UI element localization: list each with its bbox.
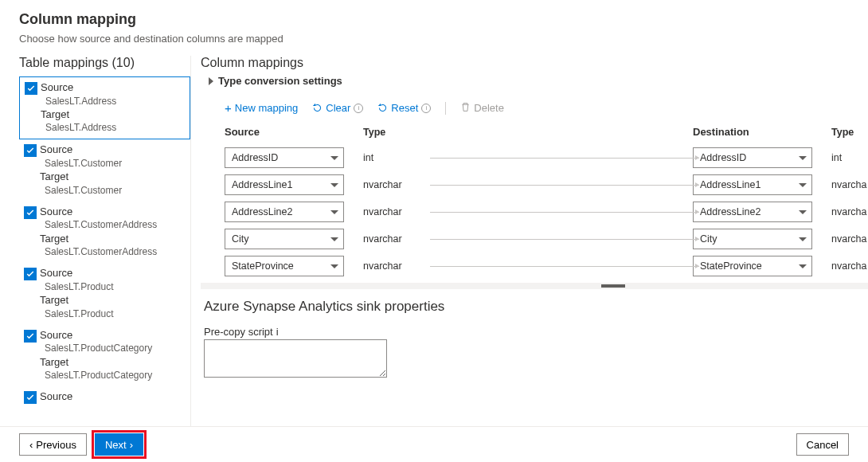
target-table: SalesLT.Product — [40, 307, 186, 320]
target-label: Target — [41, 108, 185, 122]
chevron-down-icon — [330, 264, 338, 268]
destination-column-select[interactable]: AddressLine1 — [693, 174, 812, 195]
source-column-select[interactable]: AddressLine2 — [225, 202, 344, 222]
mapping-connector — [430, 212, 699, 213]
chevron-down-icon — [330, 156, 338, 160]
col-header-type: Type — [352, 127, 424, 138]
reset-icon — [377, 103, 388, 113]
col-header-type2: Type — [820, 127, 868, 138]
page-title: Column mapping — [19, 11, 849, 28]
mapping-connector — [430, 158, 699, 159]
info-icon: i — [354, 104, 363, 113]
pre-copy-script-input[interactable] — [204, 339, 387, 378]
destination-type: nvarcha — [820, 260, 868, 272]
source-table: SalesLT.CustomerAddress — [40, 218, 186, 231]
destination-column-select[interactable]: AddressLine2 — [693, 202, 812, 222]
destination-type: nvarcha — [820, 233, 868, 245]
checkbox-icon[interactable] — [24, 330, 37, 343]
chevron-down-icon — [330, 237, 338, 241]
target-table: SalesLT.ProductCategory — [40, 369, 186, 382]
chevron-down-icon — [330, 183, 338, 187]
previous-button[interactable]: ‹ Previous — [19, 433, 87, 456]
target-table: SalesLT.Customer — [40, 184, 186, 197]
mapping-connector — [430, 185, 699, 186]
sink-properties-title: Azure Synapse Analytics sink properties — [204, 299, 868, 315]
source-label: Source — [40, 205, 186, 219]
target-table: SalesLT.CustomerAddress — [40, 245, 186, 258]
mapping-connector — [430, 239, 699, 240]
mapping-connector — [430, 266, 699, 267]
source-label: Source — [40, 328, 186, 343]
chevron-down-icon — [799, 237, 807, 241]
trash-icon — [460, 102, 471, 115]
chevron-down-icon — [799, 156, 807, 160]
source-label: Source — [40, 143, 186, 157]
checkbox-icon[interactable] — [24, 206, 37, 219]
chevron-down-icon — [799, 183, 807, 187]
source-type: nvarchar — [352, 206, 424, 217]
next-button[interactable]: Next › — [95, 433, 143, 456]
source-column-select[interactable]: AddressLine1 — [225, 174, 344, 195]
source-column-select[interactable]: StateProvince — [225, 256, 344, 276]
table-mapping-item[interactable]: Source SalesLT.Address Target SalesLT.Ad… — [19, 76, 190, 139]
plus-icon — [225, 101, 232, 115]
mapping-row: StateProvince nvarchar StateProvince nva… — [225, 253, 868, 280]
mapping-row: City nvarchar City nvarcha — [225, 225, 868, 253]
horizontal-scrollbar[interactable] — [201, 283, 868, 289]
checkbox-icon[interactable] — [24, 391, 37, 404]
cancel-button[interactable]: Cancel — [796, 433, 849, 456]
source-type: nvarchar — [352, 260, 424, 272]
page-subtitle: Choose how source and destination column… — [19, 33, 849, 45]
table-mapping-item[interactable]: Source SalesLT.CustomerAddress Target Sa… — [19, 202, 190, 263]
reset-button[interactable]: Reset i — [377, 102, 431, 114]
table-mapping-item[interactable]: Source — [19, 386, 190, 409]
info-icon: i — [276, 326, 279, 338]
mapping-row: AddressID int AddressID int — [225, 144, 868, 171]
chevron-right-icon: › — [130, 439, 133, 451]
destination-column-select[interactable]: StateProvince — [693, 256, 812, 276]
destination-column-select[interactable]: AddressID — [693, 147, 812, 168]
destination-type: nvarcha — [820, 206, 868, 217]
source-column-select[interactable]: City — [225, 229, 344, 249]
chevron-down-icon — [799, 264, 807, 268]
source-label: Source — [40, 390, 186, 404]
column-mappings-title: Column mappings — [201, 56, 868, 70]
source-type: int — [352, 152, 424, 163]
table-mappings-title: Table mappings (10) — [19, 56, 190, 70]
info-icon: i — [421, 104, 431, 113]
delete-button: Delete — [460, 102, 504, 115]
source-type: nvarchar — [352, 179, 424, 190]
checkbox-icon[interactable] — [25, 82, 37, 95]
col-header-destination: Destination — [693, 126, 820, 138]
destination-column-select[interactable]: City — [693, 229, 812, 249]
table-mapping-item[interactable]: Source SalesLT.ProductCategory Target Sa… — [19, 325, 190, 386]
target-label: Target — [40, 232, 186, 246]
col-header-source: Source — [225, 126, 352, 138]
clear-icon — [312, 103, 323, 113]
source-table: SalesLT.Customer — [40, 157, 186, 170]
checkbox-icon[interactable] — [24, 268, 37, 280]
clear-button[interactable]: Clear i — [312, 102, 363, 114]
source-table: SalesLT.Address — [41, 95, 185, 108]
table-mapping-item[interactable]: Source SalesLT.Customer Target SalesLT.C… — [19, 139, 190, 201]
type-conversion-toggle[interactable]: Type conversion settings — [201, 75, 868, 87]
target-label: Target — [40, 170, 186, 184]
new-mapping-button[interactable]: New mapping — [225, 101, 298, 115]
target-label: Target — [40, 293, 186, 307]
checkbox-icon[interactable] — [24, 144, 37, 157]
target-table: SalesLT.Address — [41, 121, 185, 134]
source-table: SalesLT.Product — [40, 280, 186, 293]
table-mapping-item[interactable]: Source SalesLT.Product Target SalesLT.Pr… — [19, 263, 190, 324]
chevron-down-icon — [330, 210, 338, 214]
source-type: nvarchar — [352, 233, 424, 245]
target-label: Target — [40, 355, 186, 370]
chevron-right-icon — [209, 77, 213, 85]
mapping-row: AddressLine1 nvarchar AddressLine1 nvarc… — [225, 171, 868, 198]
source-label: Source — [41, 80, 185, 95]
pre-copy-script-label: Pre-copy script — [204, 326, 273, 338]
source-column-select[interactable]: AddressID — [225, 147, 344, 168]
mapping-row: AddressLine2 nvarchar AddressLine2 nvarc… — [225, 198, 868, 225]
divider — [445, 102, 446, 115]
destination-type: nvarcha — [820, 179, 868, 190]
source-label: Source — [40, 266, 186, 280]
